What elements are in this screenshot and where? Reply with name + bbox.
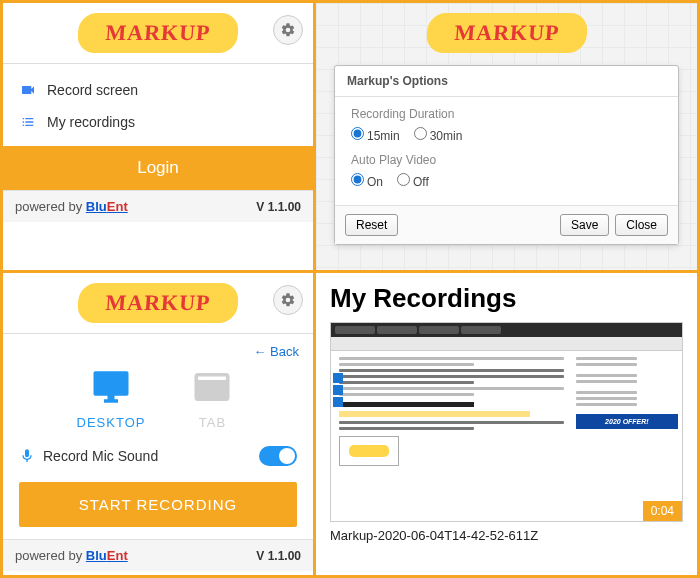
- back-link[interactable]: Back: [3, 340, 313, 359]
- mode-desktop-label: DESKTOP: [77, 415, 146, 430]
- footer: powered by BluEnt V 1.1.00: [3, 190, 313, 222]
- record-screen-label: Record screen: [47, 82, 138, 98]
- popup-home: MARKUP Record screen My recordings Login…: [3, 3, 313, 270]
- recording-thumbnail[interactable]: 2020 OFFER! 0:04: [330, 322, 683, 522]
- desktop-icon: [84, 365, 138, 409]
- duration-badge: 0:04: [643, 501, 682, 521]
- mode-desktop[interactable]: DESKTOP: [77, 365, 146, 430]
- duration-30min-radio[interactable]: [414, 127, 427, 140]
- thumb-browser-tabs: [331, 323, 682, 337]
- reset-button[interactable]: Reset: [345, 214, 398, 236]
- login-button[interactable]: Login: [3, 146, 313, 190]
- start-recording-button[interactable]: START RECORDING: [19, 482, 297, 527]
- thumb-mini-logo: [339, 436, 399, 466]
- duration-15min-radio[interactable]: [351, 127, 364, 140]
- my-recordings-item[interactable]: My recordings: [3, 106, 313, 138]
- thumb-social-icons: [333, 373, 343, 409]
- options-title: Markup's Options: [335, 66, 678, 97]
- options-page: MARKUP Markup's Options Recording Durati…: [316, 3, 697, 270]
- mic-label: Record Mic Sound: [43, 448, 158, 464]
- duration-15min-option[interactable]: 15min: [351, 127, 400, 143]
- main-menu: Record screen My recordings: [3, 70, 313, 146]
- record-setup: MARKUP Back DESKTOP TAB Record Mic Sound: [3, 273, 313, 575]
- duration-30min-option[interactable]: 30min: [414, 127, 463, 143]
- options-dialog: Markup's Options Recording Duration 15mi…: [334, 65, 679, 245]
- thumb-page: 2020 OFFER!: [331, 351, 682, 521]
- mic-icon: [19, 448, 35, 464]
- logo-row: MARKUP: [3, 273, 313, 329]
- powered-by: powered by BluEnt: [15, 548, 128, 563]
- thumb-offer-banner: 2020 OFFER!: [576, 414, 678, 429]
- my-recordings-label: My recordings: [47, 114, 135, 130]
- thumb-heading: [339, 402, 474, 407]
- markup-logo: MARKUP: [77, 13, 240, 53]
- autoplay-off-radio[interactable]: [397, 173, 410, 186]
- gear-icon: [280, 292, 296, 308]
- settings-button[interactable]: [273, 285, 303, 315]
- version-label: V 1.1.00: [256, 549, 301, 563]
- mode-tab-label: TAB: [185, 415, 239, 430]
- autoplay-on-option[interactable]: On: [351, 173, 383, 189]
- capture-mode-row: DESKTOP TAB: [3, 359, 313, 432]
- mode-tab[interactable]: TAB: [185, 365, 239, 430]
- autoplay-off-option[interactable]: Off: [397, 173, 429, 189]
- save-button[interactable]: Save: [560, 214, 609, 236]
- close-button[interactable]: Close: [615, 214, 668, 236]
- bluent-link[interactable]: BluEnt: [86, 548, 128, 563]
- autoplay-on-radio[interactable]: [351, 173, 364, 186]
- my-recordings-page: My Recordings 2020: [316, 273, 697, 575]
- tab-icon: [185, 365, 239, 409]
- recording-duration-group: Recording Duration 15min 30min: [351, 107, 662, 143]
- footer: powered by BluEnt V 1.1.00: [3, 539, 313, 571]
- powered-by: powered by BluEnt: [15, 199, 128, 214]
- record-screen-item[interactable]: Record screen: [3, 74, 313, 106]
- recording-filename: Markup-2020-06-04T14-42-52-611Z: [330, 528, 683, 543]
- markup-logo: MARKUP: [77, 283, 240, 323]
- camera-icon: [19, 82, 37, 98]
- page-title: My Recordings: [330, 283, 683, 314]
- gear-icon: [280, 22, 296, 38]
- thumb-browser-urlbar: [331, 337, 682, 351]
- version-label: V 1.1.00: [256, 200, 301, 214]
- markup-logo: MARKUP: [425, 13, 588, 53]
- autoplay-label: Auto Play Video: [351, 153, 662, 167]
- divider: [3, 333, 313, 334]
- mic-row: Record Mic Sound: [3, 432, 313, 470]
- divider: [3, 63, 313, 64]
- autoplay-group: Auto Play Video On Off: [351, 153, 662, 189]
- logo-row: MARKUP: [316, 3, 697, 59]
- list-icon: [19, 114, 37, 130]
- logo-row: MARKUP: [3, 3, 313, 59]
- bluent-link[interactable]: BluEnt: [86, 199, 128, 214]
- mic-toggle[interactable]: [259, 446, 297, 466]
- recording-duration-label: Recording Duration: [351, 107, 662, 121]
- settings-button[interactable]: [273, 15, 303, 45]
